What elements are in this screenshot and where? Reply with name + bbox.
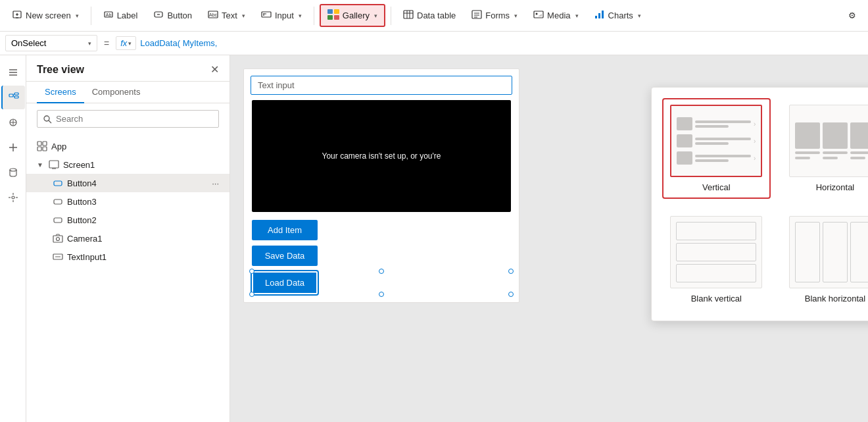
- button4-more[interactable]: ···: [212, 178, 219, 188]
- button-tool-button[interactable]: Button: [147, 5, 199, 26]
- gallery-option-horizontal[interactable]: Horizontal: [781, 98, 868, 199]
- horiz-img-2: [823, 122, 848, 149]
- resize-handle-br[interactable]: [508, 292, 514, 297]
- horizontal-thumb: [789, 105, 868, 177]
- divider-1: [91, 7, 91, 25]
- input-button[interactable]: Input ▾: [254, 5, 308, 26]
- label-label: Label: [117, 11, 138, 20]
- tree-item-button2[interactable]: Button2: [26, 211, 229, 229]
- fx-chevron: ▾: [128, 40, 132, 47]
- horiz-line-3a: [850, 151, 868, 154]
- property-dropdown[interactable]: OnSelect ▾: [5, 35, 97, 51]
- gallery-icon: [327, 9, 339, 22]
- tree-panel: Tree view ✕ Screens Components App ▼ Scr…: [26, 55, 230, 422]
- svg-point-50: [44, 116, 49, 121]
- tree-close-button[interactable]: ✕: [210, 63, 219, 76]
- blank-vertical-thumb: [670, 216, 762, 288]
- horiz-img-3: [850, 122, 868, 149]
- forms-button[interactable]: Forms ▾: [465, 5, 524, 26]
- thumb-line-3a: [695, 155, 751, 157]
- blank-horizontal-label: Blank horizontal: [805, 294, 866, 303]
- media-button[interactable]: Media ▾: [527, 5, 585, 26]
- save-data-button[interactable]: Save Data: [252, 246, 318, 266]
- load-data-label: Load Data: [265, 278, 304, 288]
- gallery-option-blank-vertical[interactable]: Blank vertical: [662, 209, 771, 310]
- search-icon: [43, 115, 52, 124]
- gallery-button[interactable]: Gallery ▾: [320, 4, 385, 27]
- button-tool-icon: [153, 9, 164, 22]
- svg-point-44: [10, 169, 16, 171]
- camera-preview: Your camera isn't set up, or you're: [252, 100, 511, 212]
- settings-button[interactable]: ⚙: [842, 7, 863, 24]
- tree-item-button3[interactable]: Button3: [26, 192, 229, 211]
- divider-3: [391, 7, 391, 25]
- svg-text:Abc: Abc: [209, 13, 218, 17]
- resize-handle-tl[interactable]: [249, 269, 254, 274]
- thumb-line-2a: [695, 138, 751, 140]
- resize-handle-tr[interactable]: [508, 269, 514, 274]
- new-screen-button[interactable]: New screen ▾: [5, 5, 85, 26]
- tree-header: Tree view ✕: [26, 55, 229, 82]
- property-chevron: ▾: [88, 40, 91, 47]
- components-button[interactable]: [1, 111, 25, 134]
- database-button[interactable]: [1, 161, 25, 184]
- plus-button[interactable]: [1, 136, 25, 159]
- load-data-wrapper: Load Data: [252, 271, 511, 294]
- tools-button[interactable]: [1, 186, 25, 209]
- charts-button[interactable]: Charts ▾: [588, 5, 648, 26]
- formula-input[interactable]: [140, 38, 863, 48]
- tree-items-list: App ▼ Screen1 Button4 ··· Button3: [26, 134, 229, 422]
- forms-icon: [471, 9, 482, 22]
- tree-tabs: Screens Components: [26, 82, 229, 103]
- svg-rect-30: [602, 11, 604, 18]
- thumb-lines-1: [695, 120, 751, 128]
- thumb-arrow-3: ›: [754, 155, 756, 162]
- data-table-button[interactable]: Data table: [397, 5, 462, 26]
- property-value: OnSelect: [11, 38, 46, 48]
- tab-screens[interactable]: Screens: [37, 82, 84, 103]
- save-data-label: Save Data: [265, 251, 305, 261]
- load-data-button[interactable]: Load Data: [252, 271, 318, 294]
- formula-bar: OnSelect ▾ = fx ▾: [0, 32, 868, 55]
- fx-label: fx: [120, 38, 127, 48]
- add-item-button[interactable]: Add Item: [252, 220, 318, 240]
- gallery-option-vertical[interactable]: › ›: [662, 98, 771, 199]
- fx-button[interactable]: fx ▾: [116, 36, 136, 50]
- tree-item-textinput1[interactable]: TextInput1: [26, 248, 229, 266]
- thumb-img-3: [677, 151, 692, 165]
- hamburger-button[interactable]: [1, 61, 25, 84]
- resize-handle-tc[interactable]: [379, 269, 384, 274]
- button2-label: Button2: [67, 215, 97, 225]
- text-input-placeholder: Text input: [258, 80, 295, 90]
- thumb-line-2b: [695, 142, 729, 145]
- svg-rect-13: [327, 9, 333, 14]
- resize-handle-bc[interactable]: [379, 292, 384, 297]
- text-button[interactable]: Abc Text ▾: [201, 5, 252, 26]
- gallery-label: Gallery: [343, 11, 370, 20]
- treeview-button[interactable]: [1, 86, 25, 109]
- app-icon: [37, 141, 47, 151]
- label-button[interactable]: Ab Label: [97, 5, 145, 26]
- svg-point-26: [536, 13, 538, 15]
- text-icon: Abc: [208, 9, 218, 22]
- canvas-buttons-area: Add Item Save Data Load Data: [244, 212, 519, 302]
- button4-label: Button4: [67, 178, 97, 188]
- screen1-expand: ▼: [37, 161, 43, 169]
- tab-components[interactable]: Components: [84, 82, 149, 103]
- tree-search-box: [37, 110, 219, 128]
- tree-item-screen1[interactable]: ▼ Screen1: [26, 155, 229, 174]
- text-input-preview[interactable]: Text input: [251, 76, 512, 95]
- svg-rect-35: [14, 93, 18, 95]
- svg-rect-56: [49, 161, 59, 168]
- gallery-option-blank-horizontal[interactable]: Blank horizontal: [781, 209, 868, 310]
- tree-item-button4[interactable]: Button4 ···: [26, 174, 229, 192]
- search-input[interactable]: [56, 114, 213, 124]
- tree-item-app[interactable]: App: [26, 137, 229, 155]
- svg-rect-59: [54, 199, 62, 204]
- app-label: App: [51, 142, 66, 151]
- screen1-label: Screen1: [63, 160, 95, 170]
- horiz-line-2a: [823, 151, 848, 154]
- tree-item-camera1[interactable]: Camera1: [26, 229, 229, 248]
- thumb-arrow-1: ›: [754, 120, 756, 128]
- resize-handle-bl[interactable]: [249, 292, 254, 297]
